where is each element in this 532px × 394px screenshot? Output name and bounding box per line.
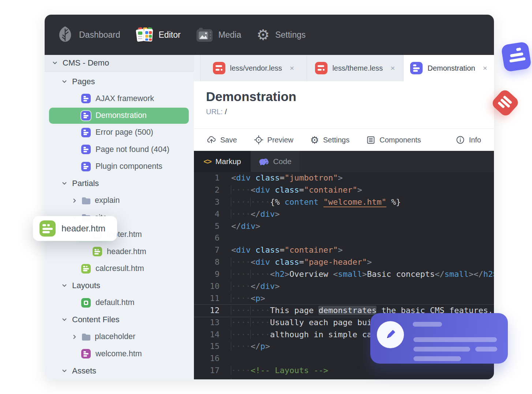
nav-label: Media <box>218 30 241 40</box>
close-icon[interactable]: × <box>390 64 395 73</box>
line-number: 5 <box>194 220 220 233</box>
php-elephant-icon <box>258 157 269 166</box>
code-line[interactable]: 2····<div class="container"> <box>194 184 494 196</box>
line-number: 17 <box>194 365 220 377</box>
line-number: 12 <box>194 305 220 317</box>
chevron-down-icon <box>61 317 67 323</box>
save-button[interactable]: Save <box>207 135 237 144</box>
code-line[interactable]: 10····</div> <box>194 280 494 293</box>
tree-item-welcome[interactable]: welcome.htm <box>45 345 194 363</box>
tree-item-error-page[interactable]: Error page (500) <box>45 124 194 141</box>
preview-button[interactable]: Preview <box>254 135 293 145</box>
code-line[interactable]: 17····<!-- Layouts --> <box>194 365 494 377</box>
line-number: 14 <box>194 329 220 341</box>
tree-item-demonstration-selected[interactable]: Demonstration <box>49 108 189 124</box>
floating-page-icon <box>501 41 532 73</box>
skeleton-line <box>413 356 461 361</box>
sidebar-section-layouts[interactable]: Layouts <box>45 277 194 294</box>
toolbar: Save Preview ⚙ Settings <box>194 129 494 151</box>
partial-file-icon <box>93 247 102 256</box>
folder-icon <box>81 332 91 341</box>
page-file-icon <box>81 94 91 103</box>
chevron-down-icon <box>52 60 58 66</box>
code-line[interactable]: 9········<h2>Overview <small>Basic conce… <box>194 268 494 280</box>
page-file-icon <box>81 111 91 120</box>
skeleton-line <box>413 347 470 352</box>
document-header: Demonstration URL:/ <box>194 81 494 129</box>
tree-item-calcresult[interactable]: calcresult.htm <box>45 260 194 278</box>
editor-icon <box>136 27 153 43</box>
line-number: 10 <box>194 280 220 293</box>
tree-item-page-not-found[interactable]: Page not found (404) <box>45 141 194 158</box>
tab-demonstration[interactable]: Demonstration × <box>403 55 494 81</box>
tab-code[interactable]: Code <box>251 151 299 172</box>
drag-ghost[interactable]: header.htm <box>33 216 117 241</box>
tree-folder-explain[interactable]: explain <box>45 192 194 209</box>
close-icon[interactable]: × <box>483 64 487 73</box>
tab-vendor-less[interactable]: less/vendor.less × <box>200 55 307 81</box>
settings-button[interactable]: ⚙ Settings <box>310 135 349 145</box>
less-file-icon <box>315 62 327 74</box>
code-line[interactable]: 6 <box>194 232 494 244</box>
october-leaf-logo <box>58 26 72 44</box>
components-list-icon <box>366 135 375 145</box>
nav-item-dashboard[interactable]: Dashboard <box>79 30 120 40</box>
page-file-icon <box>81 162 91 171</box>
chevron-down-icon <box>61 181 67 186</box>
chevron-right-icon <box>72 334 78 340</box>
page-file-icon <box>81 128 91 137</box>
tab-markup[interactable]: <> Markup <box>194 151 251 172</box>
tab-theme-less[interactable]: less/theme.less × <box>307 55 404 81</box>
nav-label: Dashboard <box>79 30 120 40</box>
partial-file-icon <box>81 264 91 274</box>
components-button[interactable]: Components <box>366 135 421 145</box>
sidebar-section-partials[interactable]: Partials <box>45 175 194 192</box>
line-number: 11 <box>194 293 220 305</box>
sidebar-section-content-files[interactable]: Content Files <box>45 311 194 328</box>
line-number: 7 <box>194 244 220 256</box>
page: Dashboard <box>0 0 532 394</box>
floating-less-icon <box>490 88 520 118</box>
tree-item-plugin-components[interactable]: Plugin components <box>45 158 194 175</box>
code-line[interactable]: 3········{% content "welcome.htm" %} <box>194 196 494 208</box>
code-line[interactable]: 18····<h2>Layouts</h2> <box>194 377 494 379</box>
pencil-icon <box>384 328 397 341</box>
line-number: 1 <box>194 172 220 184</box>
nav-item-editor[interactable]: Editor <box>136 27 181 43</box>
code-line[interactable]: 11····<p> <box>194 293 494 305</box>
line-number: 13 <box>194 317 220 329</box>
editor-tabs: <> Markup Code <box>194 151 494 172</box>
gear-icon: ⚙ <box>310 135 319 145</box>
line-number: 9 <box>194 268 220 280</box>
layout-file-icon <box>81 298 91 308</box>
sidebar-section-pages[interactable]: Pages <box>45 73 194 90</box>
tree-item-header[interactable]: header.htm <box>45 243 194 260</box>
chevron-right-icon <box>72 198 78 204</box>
info-button[interactable]: Info <box>456 135 481 145</box>
close-icon[interactable]: × <box>290 64 294 73</box>
media-camera-icon <box>196 28 213 42</box>
tree-item-ajax-framework[interactable]: AJAX framework <box>45 90 194 107</box>
line-number: 8 <box>194 256 220 268</box>
tree-folder-placeholder[interactable]: placeholder <box>45 328 194 346</box>
code-line[interactable]: 1<div class="jumbotron"> <box>194 172 494 184</box>
top-nav: Dashboard <box>45 15 494 55</box>
code-line[interactable]: 4····</div> <box>194 208 494 220</box>
code-line[interactable]: 7<div class="container"> <box>194 244 494 256</box>
line-number: 6 <box>194 232 220 244</box>
line-number: 4 <box>194 208 220 220</box>
nav-item-settings[interactable]: ⚙ Settings <box>256 27 306 42</box>
pencil-badge <box>377 321 404 348</box>
sidebar-root[interactable]: CMS - Demo <box>45 55 194 72</box>
tree-item-default-layout[interactable]: default.htm <box>45 294 194 312</box>
line-number: 2 <box>194 184 220 196</box>
partial-file-icon <box>40 220 56 237</box>
gear-icon: ⚙ <box>256 27 270 42</box>
page-url: URL:/ <box>206 108 494 116</box>
code-line[interactable]: 8····<div class="page-header"> <box>194 256 494 268</box>
code-line[interactable]: 5</div> <box>194 220 494 233</box>
page-file-icon <box>410 62 423 74</box>
sidebar-section-assets[interactable]: Assets <box>45 363 194 380</box>
nav-item-media[interactable]: Media <box>196 28 241 42</box>
page-file-icon <box>81 145 91 154</box>
